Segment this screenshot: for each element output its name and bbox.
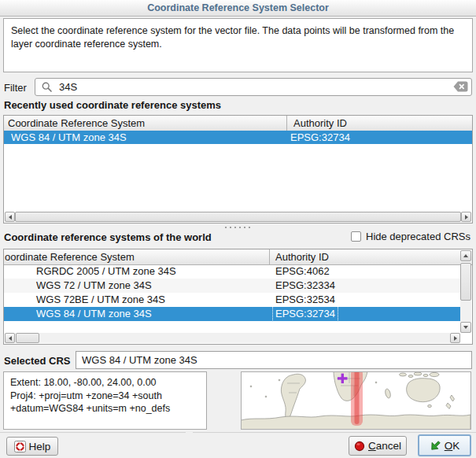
world-crs-heading: Coordinate reference systems of the worl… bbox=[4, 231, 212, 243]
world-row-crs: WGS 72 / UTM zone 34S bbox=[36, 279, 152, 293]
filter-label: Filter bbox=[4, 82, 27, 94]
world-row-authority: EPSG:32734 bbox=[273, 307, 338, 321]
divider bbox=[193, 432, 476, 433]
recent-row-authority: EPSG:32734 bbox=[290, 131, 350, 144]
crs-extent-map bbox=[241, 371, 471, 430]
world-crs-table: oordinate Reference System Authority ID … bbox=[3, 249, 473, 345]
divider bbox=[0, 432, 186, 433]
world-map-preview bbox=[242, 372, 470, 429]
vscroll-thumb[interactable] bbox=[460, 263, 471, 301]
world-row-crs: WGS 84 / UTM zone 34S bbox=[36, 307, 152, 321]
world-row-wgs72[interactable]: WGS 72 / UTM zone 34S EPSG:32334 bbox=[4, 279, 460, 293]
world-table-hscrollbar[interactable] bbox=[5, 333, 460, 343]
cancel-icon bbox=[354, 441, 365, 452]
world-row-crs: RGRDC 2005 / UTM zone 34S bbox=[36, 264, 176, 279]
help-button-label: Help bbox=[29, 441, 51, 452]
world-table-header: oordinate Reference System Authority ID bbox=[4, 249, 472, 265]
world-row-authority: EPSG:4062 bbox=[275, 264, 330, 279]
splitter-handle[interactable] bbox=[223, 226, 253, 229]
world-row-authority: EPSG:32334 bbox=[275, 279, 335, 293]
hide-deprecated-checkbox[interactable] bbox=[351, 231, 361, 242]
recent-table-header: Coordinate Reference System Authority ID bbox=[4, 116, 472, 131]
recent-col-authority[interactable]: Authority ID bbox=[287, 116, 473, 131]
scroll-right-button[interactable] bbox=[450, 333, 460, 343]
world-col-authority[interactable]: Authority ID bbox=[270, 249, 468, 264]
recent-table-hscrollbar[interactable] bbox=[5, 212, 471, 222]
cancel-button-label: Cancel bbox=[368, 440, 401, 452]
scroll-left-button[interactable] bbox=[5, 333, 15, 343]
arrow-left-icon bbox=[9, 336, 12, 341]
help-button[interactable]: Help bbox=[6, 437, 58, 456]
world-row-authority: EPSG:32534 bbox=[275, 293, 335, 307]
arrow-up-icon bbox=[463, 254, 468, 257]
ok-button[interactable]: OK bbox=[418, 434, 471, 456]
world-row-rgrdc2005[interactable]: RGRDC 2005 / UTM zone 34S EPSG:4062 bbox=[4, 264, 460, 279]
recent-col-crs[interactable]: Coordinate Reference System bbox=[4, 116, 290, 131]
hscroll-thumb[interactable] bbox=[15, 212, 461, 222]
ok-button-label: OK bbox=[445, 440, 460, 452]
arrow-right-icon bbox=[465, 215, 468, 220]
world-row-wgs72be[interactable]: WGS 72BE / UTM zone 34S EPSG:32534 bbox=[4, 293, 460, 307]
filter-field bbox=[35, 78, 472, 96]
arrow-left-icon bbox=[9, 215, 12, 220]
scroll-left-button[interactable] bbox=[5, 212, 15, 222]
selected-crs-input[interactable] bbox=[76, 351, 472, 369]
recent-crs-table: Coordinate Reference System Authority ID… bbox=[3, 115, 473, 223]
selected-crs-label: Selected CRS bbox=[4, 355, 71, 367]
help-icon bbox=[14, 441, 26, 452]
recent-crs-heading: Recently used coordinate reference syste… bbox=[4, 99, 221, 111]
crs-details-box: Extent: 18.00, -80.00, 24.00, 0.00 Proj4… bbox=[3, 371, 207, 430]
arrow-right-icon bbox=[454, 336, 457, 341]
dialog-titlebar[interactable]: Coordinate Reference System Selector bbox=[0, 0, 476, 17]
hide-deprecated-control: Hide deprecated CRSs bbox=[351, 231, 470, 242]
dialog-title: Coordinate Reference System Selector bbox=[147, 2, 329, 13]
crs-selector-dialog: Coordinate Reference System Selector Sel… bbox=[0, 0, 476, 458]
ok-icon bbox=[430, 440, 441, 452]
clear-filter-icon[interactable] bbox=[453, 81, 468, 92]
arrow-down-icon bbox=[463, 326, 468, 329]
proj4-text-line1: Proj4: +proj=utm +zone=34 +south bbox=[10, 390, 200, 403]
world-col-crs[interactable]: oordinate Reference System bbox=[4, 249, 269, 264]
description-text: Select the coordinate reference system f… bbox=[11, 25, 454, 50]
scroll-down-button[interactable] bbox=[460, 322, 471, 333]
proj4-text-line2: +datum=WGS84 +units=m +no_defs bbox=[10, 402, 200, 416]
world-row-crs: WGS 72BE / UTM zone 34S bbox=[36, 293, 165, 307]
description-box: Select the coordinate reference system f… bbox=[3, 18, 473, 72]
scroll-right-button[interactable] bbox=[461, 212, 471, 222]
scroll-up-button[interactable] bbox=[460, 250, 471, 261]
world-row-wgs84-utm34s[interactable]: WGS 84 / UTM zone 34S EPSG:32734 bbox=[4, 307, 460, 321]
extent-text: Extent: 18.00, -80.00, 24.00, 0.00 bbox=[10, 376, 200, 390]
filter-input[interactable] bbox=[35, 78, 472, 96]
map-australia bbox=[407, 379, 441, 402]
hide-deprecated-label[interactable]: Hide deprecated CRSs bbox=[366, 231, 470, 242]
search-icon bbox=[41, 81, 53, 93]
hscroll-thumb[interactable] bbox=[16, 333, 39, 343]
recent-row-wgs84-utm34s[interactable]: WGS 84 / UTM zone 34S EPSG:32734 bbox=[4, 131, 472, 144]
world-table-vscrollbar[interactable] bbox=[460, 250, 471, 333]
cancel-button[interactable]: Cancel bbox=[349, 436, 407, 456]
recent-row-crs: WGS 84 / UTM zone 34S bbox=[11, 131, 127, 144]
